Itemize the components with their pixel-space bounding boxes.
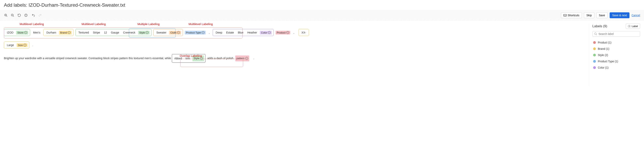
remove-icon[interactable]: − — [24, 31, 27, 34]
tag-pattern[interactable]: pattern− — [235, 55, 249, 61]
label-item-text: Style (2) — [598, 53, 608, 57]
tag-cloth[interactable]: Cloth− — [169, 31, 181, 34]
labels-sidebar: Labels (9) + Label Product (1)Brand (1)S… — [589, 23, 640, 86]
brand-group[interactable]: Durham Brand− — [44, 29, 74, 36]
token-large: Large — [6, 43, 15, 47]
tag-store[interactable]: Store− — [16, 31, 28, 34]
remove-icon[interactable]: − — [146, 31, 148, 34]
store-group[interactable]: IZOD Store− — [4, 29, 30, 36]
tag-product[interactable]: Product− — [276, 31, 290, 34]
callout-ml1: Multilevel Labeling — [20, 22, 44, 26]
add-label-text: Label — [632, 25, 638, 28]
shortcuts-button[interactable]: Shortcuts — [561, 12, 582, 18]
style-group[interactable]: Textured Stripe 12 Gauge Crewneck Style− — [76, 29, 152, 36]
label-color-dot — [593, 41, 596, 44]
token-durham: Durham — [45, 30, 57, 35]
toolbar: Shortcuts Skip Save Save & next Cancel — [0, 10, 644, 20]
labels-title: Labels (9) — [592, 24, 607, 28]
label-color-dot — [593, 54, 596, 56]
tag-color[interactable]: Color− — [260, 31, 272, 34]
add-label-button[interactable]: + Label — [626, 23, 640, 29]
remove-icon[interactable]: − — [268, 31, 271, 34]
remove-icon[interactable]: − — [24, 44, 26, 46]
remove-icon[interactable]: − — [200, 57, 203, 60]
svg-line-5 — [13, 16, 14, 17]
cloth-group[interactable]: Sweater Cloth− — [154, 29, 183, 36]
remove-icon[interactable]: − — [202, 31, 204, 34]
tag-ptype[interactable]: Product Type− — [185, 31, 206, 34]
search-label-input[interactable] — [592, 31, 640, 37]
callout-ml2: Multilevel Labeling — [82, 22, 106, 26]
callout-ml3: Multilevel Labeling — [188, 22, 213, 26]
save-button[interactable]: Save — [596, 12, 608, 18]
page-title: Add labels: IZOD-Durham-Textured-Crewnec… — [0, 0, 644, 10]
undo-icon[interactable] — [32, 13, 35, 17]
token-heather: Heather — [246, 30, 258, 35]
tag-brand[interactable]: Brand− — [59, 31, 72, 34]
token-blue: Blue — [237, 30, 244, 35]
color-group[interactable]: Deep Estate Blue Heather Color− — [213, 29, 274, 36]
redo-icon — [38, 13, 42, 17]
token-polish: adds a dash of polish — [206, 56, 234, 61]
token-12: 12 — [103, 30, 108, 35]
label-color-dot — [593, 60, 596, 63]
token-crewneck: Crewneck — [122, 30, 136, 35]
token-comma2: , — [292, 30, 296, 35]
paragraph: Brighten up your wardrobe with a versati… — [4, 54, 586, 63]
save-next-button[interactable]: Save & next — [610, 12, 630, 18]
token-estate: Estate — [225, 30, 235, 35]
token-mens: Men's — [32, 30, 42, 35]
token-textured: Textured — [77, 30, 90, 35]
label-color-dot — [593, 66, 596, 69]
tag-style[interactable]: Style− — [138, 31, 150, 34]
remove-icon[interactable]: − — [286, 31, 289, 34]
remove-icon[interactable]: − — [245, 57, 248, 60]
label-item[interactable]: Brand (1) — [592, 46, 640, 52]
plus-icon: + — [628, 25, 631, 28]
svg-line-1 — [6, 16, 7, 17]
shortcuts-label: Shortcuts — [568, 14, 580, 17]
labeling-canvas: Multilevel Labeling Multilevel Labeling … — [4, 23, 586, 86]
token-gauge: Gauge — [110, 30, 120, 35]
label-item[interactable]: Product (1) — [592, 39, 640, 46]
size-group-part1[interactable]: XX- — [298, 29, 309, 36]
token-period1: . — [31, 43, 34, 47]
info-icon[interactable] — [24, 13, 28, 17]
zoom-in-icon[interactable] — [4, 13, 8, 17]
label-item[interactable]: Color (1) — [592, 64, 640, 71]
paragraph-text: Brighten up your wardrobe with a versati… — [4, 57, 172, 60]
search-icon — [594, 32, 597, 35]
label-item-text: Brand (1) — [598, 47, 609, 50]
svg-point-9 — [26, 14, 26, 15]
zoom-out-icon[interactable] — [10, 13, 14, 17]
size-group-part2[interactable]: Large Size− — [4, 41, 29, 49]
remove-icon[interactable]: − — [177, 31, 180, 34]
cancel-link[interactable]: Cancel — [632, 14, 640, 17]
refresh-icon[interactable] — [17, 13, 21, 17]
skip-button[interactable]: Skip — [584, 12, 594, 18]
callout-overlap: Overlap Labeling — [180, 54, 202, 57]
token-xx: XX- — [300, 30, 307, 35]
label-item-text: Color (1) — [598, 66, 608, 69]
token-period2: . — [252, 56, 255, 61]
svg-line-17 — [596, 34, 597, 35]
label-item[interactable]: Product Type (1) — [592, 58, 640, 64]
keyboard-icon — [564, 14, 566, 16]
token-deep: Deep — [214, 30, 223, 35]
callout-multiple: Multiple Labeling — [138, 22, 160, 26]
label-item-text: Product (1) — [598, 41, 612, 44]
token-stripe: Stripe — [92, 30, 101, 35]
token-sweater: Sweater — [155, 30, 168, 35]
token-comma1: , — [208, 30, 211, 35]
token-izod: IZOD — [6, 30, 14, 35]
label-item-text: Product Type (1) — [598, 60, 618, 63]
tag-size[interactable]: Size− — [17, 43, 28, 47]
label-item[interactable]: Style (2) — [592, 52, 640, 58]
svg-rect-10 — [564, 14, 566, 16]
remove-icon[interactable]: − — [68, 31, 70, 34]
svg-point-16 — [594, 33, 596, 34]
label-color-dot — [593, 47, 596, 50]
search-field[interactable] — [598, 32, 638, 35]
